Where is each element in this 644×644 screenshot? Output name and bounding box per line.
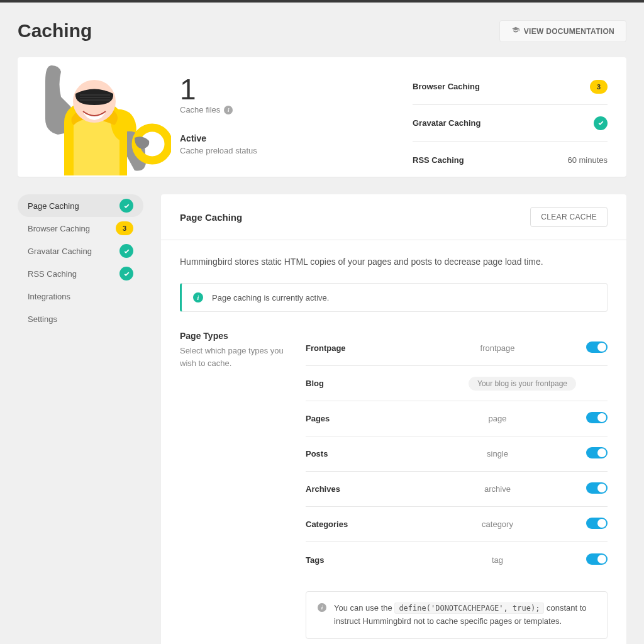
page-type-row: Tags tag: [306, 542, 608, 577]
info-icon[interactable]: i: [224, 106, 233, 114]
page-type-row: Blog Your blog is your frontpage: [306, 366, 608, 401]
main-panel: Page Caching CLEAR CACHE Hummingbird sto…: [161, 194, 626, 644]
summary-stats: 1 Cache files i Active Cache preload sta…: [180, 57, 406, 177]
warning-badge: 3: [590, 80, 608, 94]
preload-status-title: Active: [180, 133, 400, 143]
clear-cache-button[interactable]: CLEAR CACHE: [530, 207, 608, 227]
toggle-switch[interactable]: [586, 482, 608, 494]
type-label: Tags: [306, 555, 419, 565]
warning-badge: 3: [116, 221, 133, 235]
sidebar-item-label: Settings: [28, 314, 133, 324]
info-icon: i: [318, 603, 326, 612]
type-label: Archives: [306, 484, 419, 494]
check-icon: [119, 267, 133, 280]
academic-cap-icon: [511, 26, 520, 36]
cache-file-count: 1: [180, 75, 400, 104]
preload-status-subtitle: Cache preload status: [180, 146, 400, 155]
check-icon: [119, 199, 133, 213]
sidebar-item-integrations[interactable]: Integrations: [18, 285, 143, 308]
page-type-row: Categories category: [306, 507, 608, 542]
summary-card: 1 Cache files i Active Cache preload sta…: [18, 57, 626, 177]
summary-row-label: Browser Caching: [413, 82, 480, 91]
type-label: Categories: [306, 519, 419, 529]
type-value: archive: [419, 484, 576, 494]
notice-text: Page caching is currently active.: [212, 293, 329, 303]
tip-code: define('DONOTCACHEPAGE', true);: [394, 602, 544, 614]
type-value: category: [419, 519, 576, 529]
type-label: Blog: [306, 379, 419, 388]
tip-box: i You can use the define('DONOTCACHEPAGE…: [306, 591, 608, 639]
panel-intro: Hummingbird stores static HTML copies of…: [180, 257, 608, 267]
toggle-switch[interactable]: [586, 518, 608, 529]
section-title: Page Types: [180, 331, 293, 341]
doc-button-label: VIEW DOCUMENTATION: [524, 27, 614, 36]
info-icon: i: [193, 292, 203, 303]
tip-text: You can use the define('DONOTCACHEPAGE',…: [334, 602, 596, 628]
summary-row-value: 60 minutes: [567, 155, 608, 165]
sidebar-item-label: Gravatar Caching: [28, 247, 119, 256]
page-type-row: Posts single: [306, 436, 608, 472]
sidebar-item-gravatar-caching[interactable]: Gravatar Caching: [18, 240, 143, 262]
check-icon: [119, 244, 133, 258]
type-value: Your blog is your frontpage: [419, 377, 576, 391]
sidebar-item-settings[interactable]: Settings: [18, 308, 143, 330]
sidebar-nav: Page Caching Browser Caching 3 Gravatar …: [18, 194, 143, 644]
sidebar-item-label: Integrations: [28, 292, 133, 301]
summary-row-gravatar-caching: Gravatar Caching: [413, 105, 608, 142]
info-pill: Your blog is your frontpage: [469, 377, 576, 391]
page-title: Caching: [18, 20, 92, 42]
summary-row-rss-caching: RSS Caching 60 minutes: [413, 142, 608, 177]
view-documentation-button[interactable]: VIEW DOCUMENTATION: [499, 20, 626, 42]
tip-pre: You can use the: [334, 603, 394, 613]
summary-rows: Browser Caching 3 Gravatar Caching RSS C…: [406, 57, 626, 177]
type-value: single: [419, 449, 576, 458]
toggle-switch[interactable]: [586, 412, 608, 423]
sidebar-item-label: Browser Caching: [28, 224, 116, 233]
panel-title: Page Caching: [180, 212, 242, 223]
check-icon: [594, 116, 608, 130]
sidebar-item-rss-caching[interactable]: RSS Caching: [18, 262, 143, 285]
summary-row-label: RSS Caching: [413, 155, 464, 165]
mascot-illustration: [18, 57, 180, 177]
page-type-row: Frontpage frontpage: [306, 331, 608, 366]
toggle-switch[interactable]: [586, 553, 608, 565]
summary-row-label: Gravatar Caching: [413, 118, 480, 128]
panel-header: Page Caching CLEAR CACHE: [161, 194, 626, 240]
type-label: Posts: [306, 449, 419, 458]
type-value: frontpage: [419, 343, 576, 353]
sidebar-item-browser-caching[interactable]: Browser Caching 3: [18, 217, 143, 240]
toggle-switch[interactable]: [586, 341, 608, 353]
section-description: Select which page types you wish to cach…: [180, 345, 293, 369]
active-notice: i Page caching is currently active.: [180, 283, 608, 312]
sidebar-item-label: RSS Caching: [28, 269, 119, 279]
type-label: Pages: [306, 414, 419, 423]
type-label: Frontpage: [306, 343, 419, 353]
page-type-row: Archives archive: [306, 472, 608, 507]
cache-file-label: Cache files: [180, 105, 220, 114]
type-value: tag: [419, 555, 576, 565]
toggle-switch[interactable]: [586, 447, 608, 458]
page-header: Caching VIEW DOCUMENTATION: [18, 20, 626, 42]
sidebar-item-page-caching[interactable]: Page Caching: [18, 194, 143, 217]
page-type-row: Pages page: [306, 401, 608, 436]
summary-row-browser-caching: Browser Caching 3: [413, 69, 608, 105]
page-types-section: Page Types Select which page types you w…: [180, 331, 608, 639]
type-value: page: [419, 414, 576, 423]
sidebar-item-label: Page Caching: [28, 201, 119, 211]
